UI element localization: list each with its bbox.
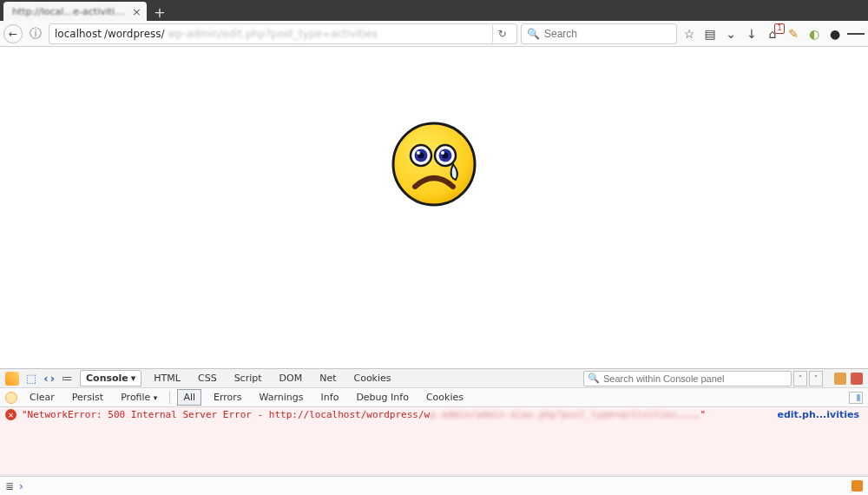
new-tab-button[interactable]: +	[150, 3, 169, 21]
search-icon: 🔍	[588, 373, 600, 384]
tab-title: http://local…e-activities	[12, 6, 125, 17]
extension-c-icon[interactable]: ●	[826, 25, 844, 43]
console-command-input[interactable]	[29, 480, 846, 492]
search-next-button[interactable]: ˅	[809, 371, 823, 386]
extension-a-icon[interactable]: ✎	[785, 25, 802, 43]
btn-persist[interactable]: Persist	[67, 390, 108, 405]
devtools-search-input[interactable]	[603, 373, 787, 384]
side-panel-toggle-icon[interactable]	[849, 392, 863, 404]
btn-profile[interactable]: Profile ▾	[115, 390, 162, 405]
menu-icon[interactable]	[847, 25, 865, 43]
panel-tab-net[interactable]: Net	[314, 371, 341, 386]
devtools-nav: ‹ ›	[43, 372, 55, 385]
filter-errors[interactable]: Errors	[208, 390, 247, 405]
panel-tab-dom[interactable]: DOM	[274, 371, 308, 386]
error-source-link[interactable]: edit.ph...ivities	[777, 409, 863, 420]
page-icon[interactable]: ≣	[5, 480, 14, 492]
search-icon: 🔍	[527, 28, 540, 40]
devtools-panel: ⬚ ‹ › ≔ Console ▾ HTML CSS Script DOM Ne…	[0, 368, 868, 474]
library-icon[interactable]: ▤	[701, 25, 719, 43]
inspector-icon[interactable]: ⬚	[26, 372, 36, 385]
console-error-row[interactable]: ✕ "NetworkError: 500 Internal Server Err…	[0, 407, 868, 422]
btn-clear[interactable]: Clear	[24, 390, 60, 405]
nav-bar: ← localhost /wordpress/ wp-admin/edit.ph…	[0, 21, 868, 47]
panel-tab-console[interactable]: Console ▾	[80, 370, 141, 386]
filter-info[interactable]: Info	[316, 390, 345, 405]
panel-tab-html[interactable]: HTML	[148, 371, 186, 386]
sad-face-icon	[391, 121, 477, 208]
refresh-button[interactable]: ↻	[492, 25, 511, 43]
page-content	[0, 47, 868, 368]
filter-all[interactable]: All	[177, 389, 201, 406]
svg-point-8	[441, 151, 444, 155]
back-button[interactable]: ←	[3, 24, 23, 43]
chevron-down-icon: ˅	[814, 374, 819, 383]
devtools-close-button[interactable]	[851, 373, 863, 385]
devtools-search-box[interactable]: 🔍	[583, 371, 792, 386]
break-on-error-icon[interactable]	[5, 392, 17, 404]
bookmark-star-icon[interactable]: ☆	[681, 25, 698, 43]
command-editor-icon[interactable]	[852, 480, 863, 492]
dropdown-icon: ▾	[154, 393, 158, 402]
url-rest: wp-admin/edit.php?post_type=activities	[168, 28, 378, 40]
url-host: localhost	[55, 28, 102, 40]
browser-search-input[interactable]	[544, 28, 671, 40]
panel-tab-script[interactable]: Script	[229, 371, 267, 386]
url-bar[interactable]: localhost /wordpress/ wp-admin/edit.php?…	[49, 23, 517, 44]
search-prev-button[interactable]: ˄	[793, 371, 807, 386]
console-input-bar: ≣ ›	[0, 476, 868, 495]
url-path: /wordpress/	[104, 28, 165, 40]
browser-tab[interactable]: http://local…e-activities ×	[3, 2, 147, 21]
filter-warnings[interactable]: Warnings	[254, 390, 309, 405]
refresh-icon: ↻	[497, 28, 506, 40]
tab-strip: http://local…e-activities × +	[0, 0, 868, 21]
devtools-minimize-button[interactable]	[834, 373, 846, 385]
console-toolbar: Clear Persist Profile ▾ All Errors Warni…	[0, 388, 868, 407]
filter-debuginfo[interactable]: Debug Info	[351, 390, 414, 405]
svg-point-0	[393, 123, 475, 205]
site-info-button[interactable]	[26, 24, 45, 43]
firebug-icon[interactable]	[5, 372, 19, 386]
filter-cookies[interactable]: Cookies	[421, 390, 469, 405]
extension-b-icon[interactable]: ◐	[806, 25, 823, 43]
nav-back-icon[interactable]: ‹	[43, 372, 48, 385]
nav-forward-icon[interactable]: ›	[50, 372, 55, 385]
panel-tab-css[interactable]: CSS	[193, 371, 222, 386]
error-message: "NetworkError: 500 Internal Server Error…	[22, 409, 706, 420]
console-output: ✕ "NetworkError: 500 Internal Server Err…	[0, 407, 868, 474]
downloads-icon[interactable]: ↓	[743, 25, 760, 43]
prompt-icon: ›	[19, 480, 23, 492]
close-tab-icon[interactable]: ×	[132, 5, 141, 18]
arrow-left-icon: ←	[9, 28, 17, 40]
browser-search-bar[interactable]: 🔍	[521, 23, 677, 44]
dropdown-icon: ▾	[131, 373, 136, 384]
pocket-icon[interactable]: ⌄	[722, 25, 740, 43]
svg-point-4	[417, 151, 420, 155]
home-icon[interactable]: ⌂	[764, 25, 781, 43]
devtools-tab-row: ⬚ ‹ › ≔ Console ▾ HTML CSS Script DOM Ne…	[0, 369, 868, 388]
panel-tab-cookies[interactable]: Cookies	[348, 371, 396, 386]
chevron-up-icon: ˄	[799, 374, 803, 383]
command-line-icon[interactable]: ≔	[62, 372, 73, 385]
error-icon: ✕	[5, 409, 16, 420]
